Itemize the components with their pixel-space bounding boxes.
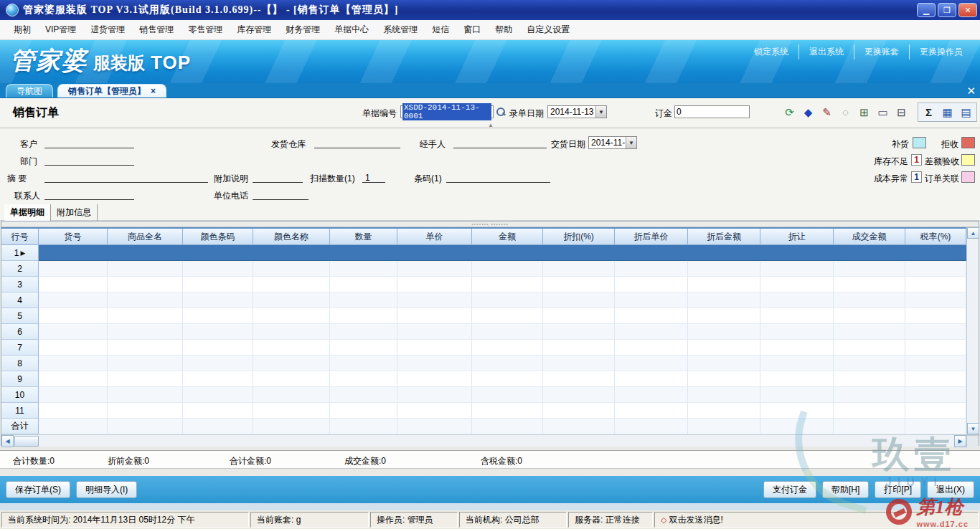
- menu-sms[interactable]: 短信: [425, 21, 456, 39]
- entry-date-combo[interactable]: 2014-11-13 ▼: [547, 105, 607, 118]
- barcode-field[interactable]: [446, 171, 550, 183]
- table-cell[interactable]: [834, 340, 905, 356]
- table-cell[interactable]: [39, 277, 108, 292]
- table-cell[interactable]: [253, 340, 330, 356]
- table-cell[interactable]: [472, 277, 543, 292]
- customer-field[interactable]: [44, 137, 134, 148]
- table-cell[interactable]: [108, 371, 183, 387]
- row-header[interactable]: 1▶: [1, 245, 39, 261]
- table-cell[interactable]: [39, 419, 108, 434]
- table-cell[interactable]: [108, 324, 183, 340]
- table-cell[interactable]: [688, 261, 760, 277]
- column-header-13[interactable]: 税率(%): [905, 229, 966, 245]
- tab-close-icon[interactable]: ×: [151, 86, 156, 96]
- table-cell[interactable]: [397, 277, 472, 292]
- table-cell[interactable]: [688, 245, 760, 261]
- column-header-11[interactable]: 折让: [760, 229, 834, 245]
- table-cell[interactable]: [834, 245, 905, 261]
- table-cell[interactable]: [543, 371, 615, 387]
- menu-retail[interactable]: 零售管理: [182, 21, 229, 39]
- table-row[interactable]: 1▶: [1, 245, 966, 261]
- table-cell[interactable]: [543, 340, 615, 356]
- copy-icon[interactable]: ⊞: [856, 104, 872, 120]
- table-cell[interactable]: [39, 324, 108, 340]
- table-row[interactable]: 10: [1, 387, 966, 403]
- table-cell[interactable]: [39, 403, 108, 419]
- splitter-grip[interactable]: ••••••• •••••••: [1, 221, 979, 227]
- table-cell[interactable]: [472, 292, 543, 308]
- close-button[interactable]: ✕: [958, 3, 977, 17]
- table-cell[interactable]: [615, 371, 688, 387]
- table-cell[interactable]: [760, 308, 834, 324]
- row-header[interactable]: 7: [1, 340, 39, 356]
- table-cell[interactable]: [905, 371, 966, 387]
- table-cell[interactable]: [472, 324, 543, 340]
- table-cell[interactable]: [108, 403, 183, 419]
- handler-field[interactable]: [453, 137, 547, 148]
- table-cell[interactable]: [905, 387, 966, 403]
- table-cell[interactable]: [760, 261, 834, 277]
- table-cell[interactable]: [543, 419, 615, 434]
- table-cell[interactable]: [183, 340, 253, 356]
- calc-grid-icon[interactable]: ▦: [939, 104, 956, 120]
- table-cell[interactable]: [615, 324, 688, 340]
- pen-icon[interactable]: ✎: [819, 104, 835, 120]
- table-cell[interactable]: [397, 419, 472, 434]
- table-cell[interactable]: [615, 387, 688, 403]
- table-cell[interactable]: [543, 387, 615, 403]
- table-cell[interactable]: [905, 340, 966, 356]
- table-cell[interactable]: [834, 277, 905, 292]
- table-cell[interactable]: [688, 419, 760, 434]
- table-cell[interactable]: [330, 403, 397, 419]
- restore-button[interactable]: ❐: [938, 3, 956, 17]
- table-grid-icon[interactable]: ▤: [958, 104, 974, 120]
- column-header-4[interactable]: 颜色名称: [253, 229, 330, 245]
- table-cell[interactable]: [688, 387, 760, 403]
- table-cell[interactable]: [253, 387, 330, 403]
- phone-field[interactable]: [253, 189, 308, 200]
- table-cell[interactable]: [183, 245, 253, 261]
- switch-operator-link[interactable]: 更换操作员: [910, 44, 973, 59]
- table-cell[interactable]: [253, 324, 330, 340]
- sigma-icon[interactable]: Σ: [920, 104, 937, 120]
- table-cell[interactable]: [760, 356, 834, 371]
- table-cell[interactable]: [688, 324, 760, 340]
- table-cell[interactable]: [108, 277, 183, 292]
- table-cell[interactable]: [688, 292, 760, 308]
- row-header[interactable]: 10: [1, 387, 39, 403]
- table-row[interactable]: 11: [1, 403, 966, 419]
- table-cell[interactable]: [39, 245, 108, 261]
- tab-detail[interactable]: 单据明细: [4, 204, 51, 221]
- table-cell[interactable]: [183, 387, 253, 403]
- table-cell[interactable]: [834, 308, 905, 324]
- table-cell[interactable]: [108, 387, 183, 403]
- table-cell[interactable]: [905, 308, 966, 324]
- table-cell[interactable]: [543, 292, 615, 308]
- warehouse-field[interactable]: [314, 137, 400, 148]
- table-cell[interactable]: [397, 308, 472, 324]
- table-row[interactable]: 5: [1, 308, 966, 324]
- row-header[interactable]: 9: [1, 371, 39, 387]
- table-cell[interactable]: [253, 277, 330, 292]
- scroll-up-icon[interactable]: ▲: [967, 227, 979, 239]
- menu-purchase[interactable]: 进货管理: [84, 21, 131, 39]
- table-row[interactable]: 合计: [1, 419, 966, 434]
- switch-account-link[interactable]: 更换账套: [854, 44, 910, 59]
- table-cell[interactable]: [543, 324, 615, 340]
- table-cell[interactable]: [183, 356, 253, 371]
- table-cell[interactable]: [397, 292, 472, 308]
- menu-custom[interactable]: 自定义设置: [520, 21, 576, 39]
- table-cell[interactable]: [397, 324, 472, 340]
- table-cell[interactable]: [834, 292, 905, 308]
- column-header-2[interactable]: 商品全名: [108, 229, 183, 245]
- table-cell[interactable]: [108, 261, 183, 277]
- table-cell[interactable]: [905, 277, 966, 292]
- table-cell[interactable]: [330, 371, 397, 387]
- table-cell[interactable]: [834, 419, 905, 434]
- table-cell[interactable]: [330, 356, 397, 371]
- table-cell[interactable]: [253, 371, 330, 387]
- table-cell[interactable]: [330, 261, 397, 277]
- table-cell[interactable]: [543, 356, 615, 371]
- table-cell[interactable]: [253, 292, 330, 308]
- column-header-5[interactable]: 数量: [330, 229, 397, 245]
